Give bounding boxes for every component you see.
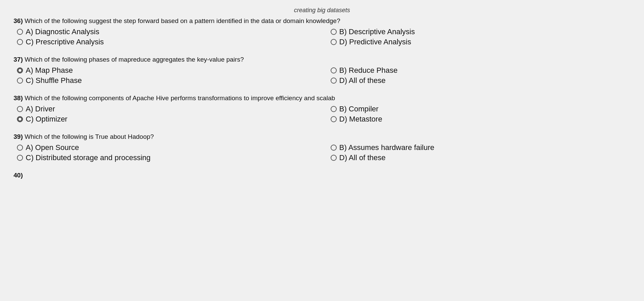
option-label-36-D: D) Predictive Analysis	[339, 38, 411, 46]
option-label-39-D: D) All of these	[339, 153, 386, 162]
question-37-title: 37) Which of the following phases of map…	[14, 56, 630, 63]
question-39-options: A) Open SourceB) Assumes hardware failur…	[14, 143, 630, 162]
option-label-36-C: C) Prescriptive Analysis	[26, 38, 104, 46]
top-bar: creating big datasets	[14, 7, 630, 14]
radio-36-D[interactable]	[331, 39, 337, 45]
question-38-number: 38)	[14, 94, 23, 102]
radio-39-B[interactable]	[331, 145, 337, 151]
question-40-number: 40)	[14, 172, 23, 179]
option-label-37-D: D) All of these	[339, 76, 386, 85]
radio-36-B[interactable]	[331, 29, 337, 35]
option-label-38-A: A) Driver	[26, 105, 55, 113]
option-label-39-A: A) Open Source	[26, 143, 79, 152]
question-38-title: 38) Which of the following components of…	[14, 94, 630, 102]
option-38-D[interactable]: D) Metastore	[331, 115, 631, 124]
question-36-text: Which of the following suggest the step …	[23, 17, 340, 24]
option-36-A[interactable]: A) Diagnostic Analysis	[17, 27, 317, 36]
question-39-number: 39)	[14, 133, 23, 140]
question-37-text: Which of the following phases of mapredu…	[23, 56, 244, 63]
option-label-39-C: C) Distributed storage and processing	[26, 153, 150, 162]
question-37-options: A) Map PhaseB) Reduce PhaseC) Shuffle Ph…	[14, 66, 630, 85]
option-38-C[interactable]: C) Optimizer	[17, 115, 317, 124]
radio-37-C[interactable]	[17, 78, 23, 84]
question-37-number: 37)	[14, 56, 23, 63]
option-label-37-B: B) Reduce Phase	[339, 66, 398, 75]
option-38-B[interactable]: B) Compiler	[331, 105, 631, 113]
option-39-A[interactable]: A) Open Source	[17, 143, 317, 152]
radio-36-A[interactable]	[17, 29, 23, 35]
question-37-block: 37) Which of the following phases of map…	[14, 56, 630, 85]
radio-37-A[interactable]	[17, 67, 23, 73]
radio-38-B[interactable]	[331, 106, 337, 112]
question-39-title: 39) Which of the following is True about…	[14, 133, 630, 141]
option-label-38-D: D) Metastore	[339, 115, 382, 124]
radio-38-D[interactable]	[331, 116, 337, 122]
radio-37-B[interactable]	[331, 67, 337, 73]
question-39-text: Which of the following is True about Had…	[23, 133, 154, 140]
option-label-36-B: B) Descriptive Analysis	[339, 27, 415, 36]
question-36-block: 36) Which of the following suggest the s…	[14, 17, 630, 46]
option-36-D[interactable]: D) Predictive Analysis	[331, 38, 631, 46]
radio-38-C[interactable]	[17, 116, 23, 122]
question-36-title: 36) Which of the following suggest the s…	[14, 17, 630, 25]
radio-39-C[interactable]	[17, 155, 23, 161]
option-39-B[interactable]: B) Assumes hardware failure	[331, 143, 631, 152]
option-37-C[interactable]: C) Shuffle Phase	[17, 76, 317, 85]
questions-container: 36) Which of the following suggest the s…	[14, 17, 630, 162]
option-label-37-C: C) Shuffle Phase	[26, 76, 82, 85]
option-label-39-B: B) Assumes hardware failure	[339, 143, 434, 152]
radio-39-D[interactable]	[331, 155, 337, 161]
question-38-text: Which of the following components of Apa…	[23, 94, 335, 102]
radio-39-A[interactable]	[17, 145, 23, 151]
question-36-number: 36)	[14, 17, 23, 24]
option-36-C[interactable]: C) Prescriptive Analysis	[17, 38, 317, 46]
option-37-B[interactable]: B) Reduce Phase	[331, 66, 631, 75]
option-label-36-A: A) Diagnostic Analysis	[26, 27, 99, 36]
radio-36-C[interactable]	[17, 39, 23, 45]
option-39-D[interactable]: D) All of these	[331, 153, 631, 162]
option-label-38-B: B) Compiler	[339, 105, 379, 113]
option-37-D[interactable]: D) All of these	[331, 76, 631, 85]
question-36-options: A) Diagnostic AnalysisB) Descriptive Ana…	[14, 27, 630, 46]
question-39-block: 39) Which of the following is True about…	[14, 133, 630, 162]
option-37-A[interactable]: A) Map Phase	[17, 66, 317, 75]
option-36-B[interactable]: B) Descriptive Analysis	[331, 27, 631, 36]
radio-37-D[interactable]	[331, 78, 337, 84]
top-bar-text: creating big datasets	[294, 7, 350, 14]
question-40-block: 40)	[14, 172, 630, 179]
question-38-options: A) DriverB) CompilerC) OptimizerD) Metas…	[14, 105, 630, 124]
option-38-A[interactable]: A) Driver	[17, 105, 317, 113]
radio-38-A[interactable]	[17, 106, 23, 112]
option-label-37-A: A) Map Phase	[26, 66, 73, 75]
option-39-C[interactable]: C) Distributed storage and processing	[17, 153, 317, 162]
option-label-38-C: C) Optimizer	[26, 115, 67, 124]
question-38-block: 38) Which of the following components of…	[14, 94, 630, 124]
